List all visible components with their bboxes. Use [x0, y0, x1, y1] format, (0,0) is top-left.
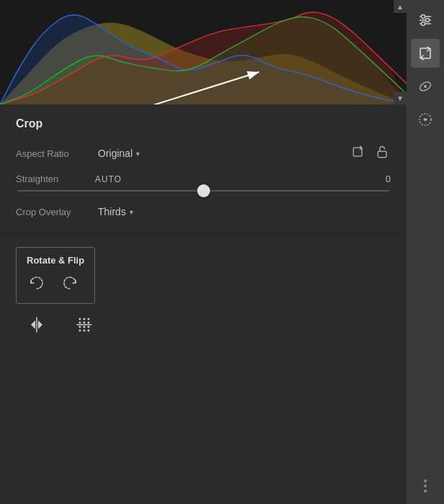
svg-point-10	[88, 318, 90, 320]
svg-point-24	[426, 19, 430, 22]
flip-icons-row	[26, 314, 391, 336]
svg-point-14	[79, 330, 81, 332]
svg-point-8	[79, 318, 81, 320]
svg-point-28	[424, 85, 427, 88]
main-content: ▲ ▼ Crop Aspect Ratio Original ▾	[0, 0, 407, 504]
svg-point-13	[88, 322, 90, 324]
crop-panel: Crop Aspect Ratio Original ▾	[0, 104, 407, 235]
straighten-header: Straighten AUTO 0	[16, 174, 391, 184]
straighten-section: Straighten AUTO 0	[16, 174, 391, 192]
straighten-label: Straighten	[16, 174, 95, 184]
crop-rotate-icon[interactable]	[349, 143, 366, 163]
more-options-button[interactable]	[424, 474, 427, 498]
crop-overlay-chevron: ▾	[130, 208, 133, 216]
svg-point-11	[79, 322, 81, 324]
action-icons-row	[27, 273, 84, 293]
slider-thumb[interactable]	[197, 184, 210, 197]
rotate-flip-box: Rotate & Flip	[16, 247, 95, 304]
svg-point-25	[422, 22, 425, 26]
rotate-flip-title: Rotate & Flip	[27, 255, 84, 266]
straighten-value: 0	[376, 174, 391, 184]
crop-overlay-dropdown[interactable]: Thirds ▾	[95, 204, 136, 219]
svg-marker-6	[38, 320, 42, 329]
scroll-up-button[interactable]: ▲	[394, 0, 407, 13]
aspect-ratio-row: Aspect Ratio Original ▾	[16, 143, 391, 163]
svg-point-12	[83, 322, 86, 324]
right-sidebar	[407, 0, 444, 504]
svg-point-18	[83, 326, 86, 328]
healing-sidebar-button[interactable]	[411, 72, 440, 101]
svg-point-17	[79, 326, 81, 328]
svg-rect-3	[378, 151, 386, 157]
svg-point-15	[83, 330, 86, 332]
aspect-ratio-chevron: ▾	[136, 150, 140, 158]
histogram-canvas	[0, 0, 407, 104]
straighten-slider[interactable]	[16, 190, 391, 192]
crop-overlay-value: Thirds	[98, 206, 126, 217]
rotate-flip-panel: Rotate & Flip	[0, 235, 407, 347]
rotate-ccw-button[interactable]	[27, 273, 47, 293]
panel-title: Crop	[16, 117, 391, 130]
aspect-ratio-dropdown[interactable]: Original ▾	[95, 146, 142, 161]
lock-icon[interactable]	[373, 143, 391, 163]
crop-sidebar-button[interactable]	[411, 39, 440, 68]
svg-point-19	[88, 326, 90, 328]
crop-overlay-row: Crop Overlay Thirds ▾	[16, 204, 391, 219]
svg-point-9	[83, 318, 86, 320]
svg-point-23	[422, 15, 425, 19]
slider-track[interactable]	[17, 190, 389, 192]
aspect-ratio-icons	[349, 143, 391, 163]
adjustments-sidebar-button[interactable]	[411, 6, 440, 35]
histogram-area: ▲ ▼	[0, 0, 407, 104]
mask-sidebar-button[interactable]	[411, 105, 440, 134]
svg-marker-5	[31, 320, 35, 329]
flip-vertical-button[interactable]	[73, 314, 95, 336]
crop-overlay-label: Crop Overlay	[16, 207, 95, 217]
rotate-cw-button[interactable]	[60, 273, 80, 293]
scroll-down-button[interactable]: ▼	[394, 91, 407, 104]
flip-horizontal-button[interactable]	[26, 314, 47, 336]
aspect-ratio-value: Original	[98, 148, 132, 159]
aspect-ratio-label: Aspect Ratio	[16, 148, 95, 159]
auto-button[interactable]: AUTO	[95, 174, 122, 184]
svg-point-16	[88, 330, 90, 332]
